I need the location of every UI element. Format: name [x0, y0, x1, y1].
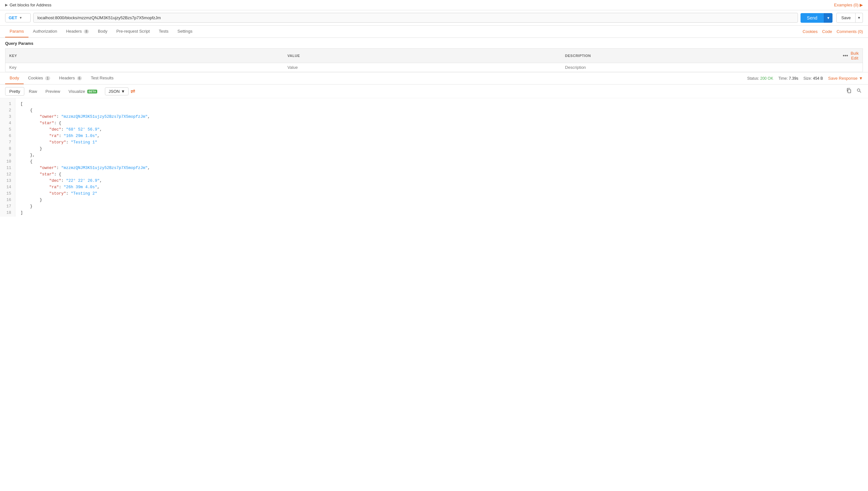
- method-dropdown-arrow: ▼: [19, 16, 22, 20]
- save-dropdown-button[interactable]: ▼: [856, 13, 863, 23]
- format-dropdown-icon: ▼: [121, 89, 125, 94]
- examples-link[interactable]: Examples (0) ▶: [834, 3, 863, 7]
- code-area: 1 2 3 4 5 6 7 8 9 10 11 12 13 14 15 16 1…: [0, 98, 868, 217]
- save-button[interactable]: Save: [836, 13, 856, 23]
- value-input[interactable]: [287, 65, 557, 70]
- format-action-icons: [845, 87, 863, 96]
- search-button[interactable]: [855, 87, 863, 96]
- wrap-button[interactable]: ⇌: [129, 86, 136, 96]
- response-section: Body Cookies 1 Headers 6 Test Results St…: [0, 72, 868, 217]
- arrow-icon: ▶: [5, 3, 8, 7]
- save-response-button[interactable]: Save Response ▼: [828, 76, 863, 81]
- time-label: Time: 7.39s: [778, 76, 798, 81]
- response-tab-headers[interactable]: Headers 6: [55, 73, 86, 84]
- format-tab-pretty[interactable]: Pretty: [5, 87, 24, 96]
- svg-point-1: [858, 89, 860, 91]
- format-tabs: Pretty Raw Preview Visualize BETA JSON ▼…: [5, 86, 136, 96]
- format-tab-visualize[interactable]: Visualize BETA: [65, 87, 101, 95]
- save-response-dropdown-icon: ▼: [859, 76, 863, 81]
- bulk-edit-button[interactable]: Bulk Edit: [851, 51, 859, 60]
- response-tab-test-results[interactable]: Test Results: [86, 73, 118, 84]
- format-tab-raw[interactable]: Raw: [25, 87, 41, 95]
- tab-authorization[interactable]: Authorization: [28, 26, 62, 37]
- tab-params[interactable]: Params: [5, 26, 28, 37]
- status-label: Status: 200 OK: [747, 76, 773, 81]
- url-input[interactable]: [33, 13, 798, 23]
- svg-rect-0: [848, 90, 851, 93]
- svg-line-2: [860, 91, 861, 92]
- format-select-button[interactable]: JSON ▼: [105, 87, 129, 95]
- method-select[interactable]: GET ▼: [5, 13, 31, 22]
- code-link[interactable]: Code: [822, 29, 832, 34]
- desc-input[interactable]: [565, 65, 835, 70]
- send-button-group: Send ▼: [801, 13, 833, 23]
- line-numbers: 1 2 3 4 5 6 7 8 9 10 11 12 13 14 15 16 1…: [0, 98, 16, 217]
- method-label: GET: [9, 16, 17, 20]
- tab-tests[interactable]: Tests: [154, 26, 173, 37]
- response-tabs-left: Body Cookies 1 Headers 6 Test Results: [5, 73, 118, 84]
- copy-button[interactable]: [845, 87, 852, 96]
- response-status-bar: Status: 200 OK Time: 7.39s Size: 454 B S…: [747, 76, 863, 81]
- status-value: 200 OK: [760, 76, 773, 81]
- tab-prerequest[interactable]: Pre-request Script: [112, 26, 154, 37]
- params-section: Query Params KEY VALUE DESCRIPTION ••• B…: [0, 38, 868, 72]
- actions-column-header: ••• Bulk Edit: [839, 49, 863, 63]
- save-button-group: Save ▼: [836, 13, 863, 23]
- send-dropdown-button[interactable]: ▼: [824, 13, 833, 23]
- url-bar: GET ▼ Send ▼ Save ▼: [0, 10, 868, 26]
- format-tab-preview[interactable]: Preview: [41, 87, 64, 95]
- params-empty-row: [5, 63, 863, 72]
- response-tabs-bar: Body Cookies 1 Headers 6 Test Results St…: [0, 73, 868, 85]
- key-column-header: KEY: [5, 49, 284, 63]
- tab-headers[interactable]: Headers 8: [62, 26, 93, 37]
- request-title: ▶ Get blocks for Address: [5, 3, 52, 7]
- response-tab-body[interactable]: Body: [5, 73, 24, 84]
- code-content: [ { "owner": "mzzmzQNJM3K51ujzy52Bzs7p7X…: [16, 98, 868, 217]
- request-tabs-left: Params Authorization Headers 8 Body Pre-…: [5, 26, 197, 37]
- request-tabs-right: Cookies Code Comments (0): [803, 29, 863, 34]
- value-column-header: VALUE: [284, 49, 561, 63]
- send-button[interactable]: Send: [801, 13, 824, 23]
- response-tab-cookies[interactable]: Cookies 1: [24, 73, 55, 84]
- top-bar: ▶ Get blocks for Address Examples (0) ▶: [0, 0, 868, 10]
- tab-body[interactable]: Body: [93, 26, 112, 37]
- cookies-link[interactable]: Cookies: [803, 29, 818, 34]
- request-tabs: Params Authorization Headers 8 Body Pre-…: [0, 26, 868, 38]
- key-input[interactable]: [9, 65, 280, 70]
- body-format-bar: Pretty Raw Preview Visualize BETA JSON ▼…: [0, 85, 868, 98]
- description-column-header: DESCRIPTION: [561, 49, 839, 63]
- query-params-title: Query Params: [5, 41, 863, 46]
- format-select-label: JSON: [108, 89, 120, 94]
- size-value: 454 B: [813, 76, 823, 81]
- tab-settings[interactable]: Settings: [173, 26, 197, 37]
- params-table: KEY VALUE DESCRIPTION ••• Bulk Edit: [5, 48, 863, 72]
- comments-link[interactable]: Comments (0): [837, 29, 863, 34]
- time-value: 7.39s: [789, 76, 798, 81]
- size-label: Size: 454 B: [803, 76, 823, 81]
- more-options-button[interactable]: •••: [843, 53, 848, 59]
- title-text: Get blocks for Address: [9, 3, 52, 7]
